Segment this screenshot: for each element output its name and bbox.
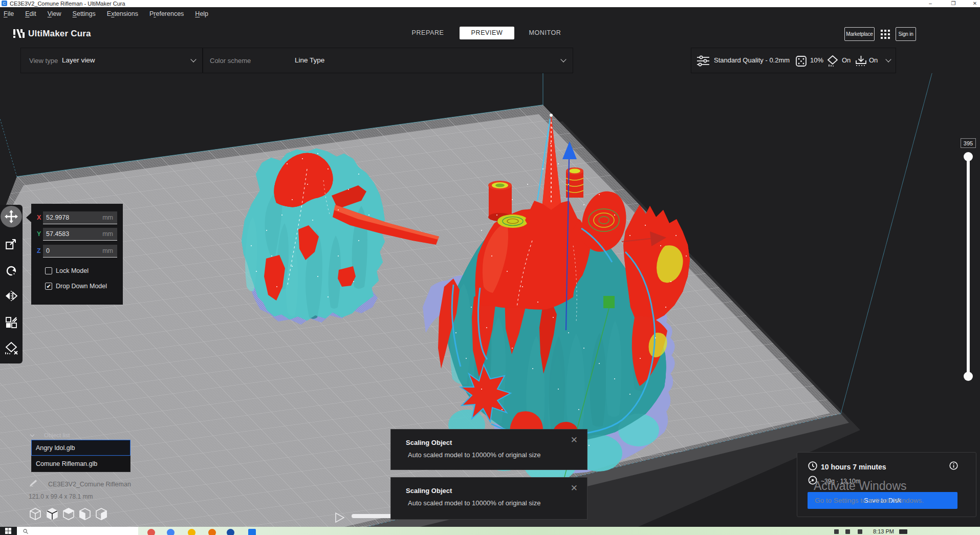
object-list-item-selected[interactable]: Angry Idol.glb (31, 440, 130, 456)
taskbar-app-yellow[interactable] (188, 529, 195, 535)
view-cube-left-icon (80, 508, 90, 520)
layer-number-badge: 395 (961, 138, 976, 148)
tool-support-blocker[interactable] (0, 337, 23, 359)
search-icon (23, 529, 28, 534)
tool-scale[interactable] (0, 232, 23, 255)
x-input[interactable]: 52.9978 mm (43, 211, 117, 224)
per-model-settings-icon (6, 317, 17, 328)
save-to-disk-button[interactable]: Save to Disk (808, 492, 957, 509)
tray-icon-3[interactable] (858, 529, 862, 534)
titlebar[interactable]: C CE3E3V2_Comune Rifleman - UltiMaker Cu… (0, 0, 980, 7)
color-scheme-value: Line Type (295, 56, 324, 64)
ultimaker-mark-icon (13, 29, 25, 38)
taskbar-app-blue[interactable] (167, 529, 175, 535)
taskbar-app-word[interactable] (248, 529, 256, 535)
tray-icon-4[interactable] (899, 529, 907, 534)
view-cubes-row[interactable] (30, 508, 114, 522)
quality-value: Standard Quality - 0.2mm (714, 56, 790, 64)
taskbar: 8:13 PM (0, 527, 980, 535)
view-cube-top-icon (63, 508, 74, 520)
y-axis-label: Y (37, 230, 41, 238)
support-blocker-icon (5, 341, 18, 355)
layer-slider-handle-bottom[interactable] (964, 372, 973, 381)
close-icon[interactable]: ✕ (571, 483, 578, 494)
toast-body: Auto scaled model to 10000% of original … (408, 499, 540, 507)
object-list-header[interactable]: Object list (31, 432, 70, 438)
clock-icon (808, 461, 817, 470)
adhesion-icon (855, 55, 867, 67)
drop-down-model-label: Drop Down Model (56, 283, 107, 290)
object-list-item[interactable]: Comune Rifleman.glb (31, 456, 130, 472)
job-name[interactable]: CE3E3V2_Comune Rifleman (48, 481, 131, 488)
color-scheme-dropdown[interactable]: Color scheme Line Type (203, 48, 573, 73)
ultimaker-logo: UltiMaker Cura (13, 29, 91, 39)
menu-edit[interactable]: Edit (19, 10, 42, 17)
layer-slider-handle-top[interactable] (964, 152, 973, 161)
x-axis-label: X (37, 214, 41, 221)
tab-prepare[interactable]: PREPARE (407, 27, 448, 39)
menu-preferences[interactable]: Preferences (144, 10, 189, 17)
view-cube-3d-icon (30, 508, 40, 520)
tray-icon-2[interactable] (845, 529, 850, 534)
material-spool-icon (808, 476, 817, 485)
logo-text: UltiMaker Cura (28, 29, 91, 39)
tool-move[interactable] (0, 205, 23, 228)
view-type-value: Layer view (62, 56, 95, 64)
chevron-down-icon (190, 56, 196, 62)
taskbar-app-chrome[interactable] (147, 529, 155, 535)
signin-button[interactable]: Sign in (896, 27, 916, 41)
toast-body: Auto scaled model to 10000% of original … (408, 451, 540, 459)
tab-monitor[interactable]: MONITOR (525, 27, 565, 39)
pencil-icon[interactable] (30, 479, 38, 486)
view-cube-right-icon (96, 508, 106, 520)
toast-scaling-2: Scaling Object ✕ Auto scaled model to 10… (390, 477, 587, 520)
toast-title: Scaling Object (406, 487, 452, 495)
menu-help[interactable]: Help (189, 10, 214, 17)
infill-value: 10% (810, 56, 823, 64)
view-type-dropdown[interactable]: View type Layer view (20, 48, 203, 73)
chevron-down-icon (30, 433, 34, 437)
tray-icon-1[interactable] (834, 529, 839, 534)
chevron-down-icon (560, 56, 566, 62)
z-axis-label: Z (37, 247, 41, 254)
menu-view[interactable]: View (42, 10, 67, 17)
scale-icon (6, 238, 17, 249)
tool-per-model-settings[interactable] (0, 311, 23, 334)
print-time: 10 hours 7 minutes (821, 463, 886, 471)
menu-file[interactable]: File (0, 10, 19, 17)
z-input[interactable]: 0 mm (43, 245, 117, 258)
color-scheme-label: Color scheme (210, 57, 251, 65)
menu-extensions[interactable]: Extensions (101, 10, 144, 17)
layer-slider-track[interactable] (967, 155, 970, 378)
taskbar-app-navy[interactable] (227, 529, 234, 535)
minimize-button[interactable]: – (927, 0, 934, 7)
move-panel-pointer (26, 213, 31, 222)
menu-settings[interactable]: Settings (67, 10, 101, 17)
toolbar-row: View type Layer view Color scheme Line T… (0, 44, 980, 73)
support-icon (827, 55, 838, 67)
tab-preview[interactable]: PREVIEW (460, 27, 514, 39)
close-button[interactable]: ✕ (971, 0, 978, 7)
move-panel: X 52.9978 mm Y 57.4583 mm Z 0 mm Lock Mo… (31, 204, 123, 305)
marketplace-button[interactable]: Marketplace (844, 27, 875, 41)
material-usage: ~39g · 13.10m (821, 478, 861, 485)
info-icon[interactable] (949, 461, 958, 470)
rotate-icon (5, 265, 17, 277)
taskbar-search-box[interactable] (17, 527, 138, 535)
tool-mirror[interactable] (0, 285, 23, 307)
y-input[interactable]: 57.4583 mm (43, 228, 117, 241)
close-icon[interactable]: ✕ (571, 435, 578, 445)
lock-model-checkbox[interactable] (45, 267, 52, 274)
chevron-down-icon (885, 56, 891, 62)
taskbar-app-orange[interactable] (208, 529, 216, 535)
drop-down-model-checkbox[interactable]: ✔ (45, 283, 52, 290)
window-title: CE3E3V2_Comune Rifleman - UltiMaker Cura (10, 1, 125, 7)
toast-title: Scaling Object (406, 439, 452, 446)
print-settings-panel[interactable]: Standard Quality - 0.2mm 10% On On (691, 48, 896, 73)
tool-rotate[interactable] (0, 260, 23, 282)
start-button[interactable] (0, 527, 17, 535)
apps-grid-icon[interactable] (881, 30, 890, 39)
model-dimensions: 121.0 x 99.4 x 78.1 mm (29, 493, 93, 500)
restore-button[interactable]: ❐ (950, 0, 957, 7)
view-cube-front-icon (47, 508, 57, 520)
